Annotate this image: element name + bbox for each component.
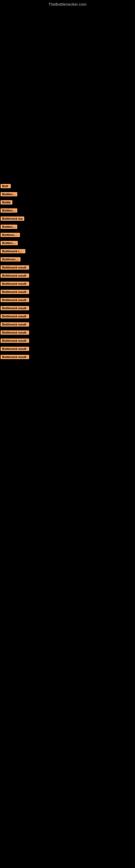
bottleneck-badge[interactable]: Bottleneck result <box>1 273 29 278</box>
list-item[interactable]: Bottleneck <box>0 225 135 229</box>
bottleneck-badge[interactable]: Bottleneck result <box>1 339 29 343</box>
bottleneck-badge[interactable]: Bottle <box>1 200 12 205</box>
list-item[interactable]: Bottleneck result <box>0 273 135 278</box>
site-title: TheBottlenecker.com <box>0 0 135 6</box>
bottleneck-badge[interactable]: Bottleneck resu <box>1 249 26 253</box>
bottleneck-badge[interactable]: Bottleneck result <box>1 355 29 359</box>
list-item[interactable]: Bottleneck result <box>0 265 135 270</box>
list-item[interactable]: Bottleneck result <box>0 339 135 343</box>
bottleneck-badge[interactable]: Bottleneck result <box>1 290 29 294</box>
list-item[interactable]: Bottle <box>0 200 135 205</box>
list-item[interactable]: Bottleneck result <box>0 282 135 286</box>
list-item[interactable]: Bottleneck result <box>0 347 135 351</box>
list-item[interactable]: Bottleneck <box>0 192 135 196</box>
bottleneck-badge[interactable]: Bottleneck res <box>1 216 24 221</box>
bottleneck-badge[interactable]: Bottleneck r <box>1 257 20 261</box>
bottleneck-badge[interactable]: Bottleneck result <box>1 314 29 318</box>
bottleneck-badge[interactable]: Bottleneck result <box>1 330 29 335</box>
list-item[interactable]: Bottleneck r <box>0 257 135 261</box>
list-item[interactable]: Bott <box>0 184 135 188</box>
pre-badge-spacer <box>0 169 135 177</box>
list-item[interactable]: Bottleneck result <box>0 322 135 327</box>
bottleneck-badge[interactable]: Bottleneck result <box>1 347 29 351</box>
bottleneck-badge[interactable]: Bottleneck <box>1 208 17 213</box>
bottleneck-badge[interactable]: Bottleneck <box>1 241 18 245</box>
bottleneck-badge[interactable]: Bottleneck result <box>1 298 29 302</box>
list-item[interactable]: Bottleneck result <box>0 330 135 335</box>
list-item[interactable]: Bottleneck r <box>0 233 135 237</box>
chart-area <box>0 6 135 169</box>
list-item[interactable]: Bottleneck result <box>0 298 135 302</box>
list-item[interactable]: Bottleneck res <box>0 216 135 221</box>
bottleneck-badge[interactable]: Bottleneck result <box>1 282 29 286</box>
list-item[interactable]: Bottleneck result <box>0 314 135 318</box>
site-title-container: TheBottlenecker.com <box>0 0 135 6</box>
bottleneck-badge[interactable]: Bottleneck <box>1 192 17 196</box>
list-item[interactable]: Bottleneck <box>0 241 135 245</box>
bottleneck-badge[interactable]: Bottleneck result <box>1 306 29 310</box>
bottleneck-badge[interactable]: Bottleneck result <box>1 322 29 327</box>
list-item[interactable]: Bottleneck result <box>0 290 135 294</box>
list-item[interactable]: Bottleneck <box>0 208 135 213</box>
bottleneck-results-list: BottBottleneckBottleBottleneckBottleneck… <box>0 177 135 359</box>
bottleneck-badge[interactable]: Bottleneck r <box>1 233 20 237</box>
list-item[interactable]: Bottleneck result <box>0 306 135 310</box>
bottleneck-badge[interactable]: Bott <box>1 184 11 188</box>
bottleneck-badge[interactable]: Bottleneck <box>1 225 17 229</box>
list-item[interactable]: Bottleneck result <box>0 355 135 359</box>
bottleneck-badge[interactable]: Bottleneck result <box>1 265 29 270</box>
list-item[interactable]: Bottleneck resu <box>0 249 135 253</box>
